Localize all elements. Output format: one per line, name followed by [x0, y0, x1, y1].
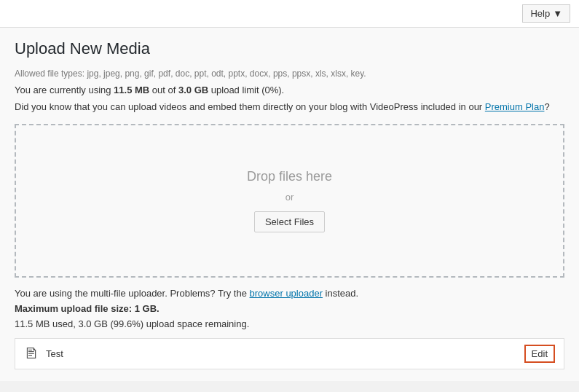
- uploader-note-after: instead.: [323, 288, 358, 299]
- top-bar: Help ▼: [0, 0, 579, 28]
- videopress-text-after: ?: [544, 101, 549, 112]
- space-remaining-text: 11.5 MB used, 3.0 GB (99.6%) upload spac…: [15, 318, 564, 329]
- select-files-button[interactable]: Select Files: [254, 211, 325, 232]
- main-content: Upload New Media Allowed file types: jpg…: [0, 28, 579, 381]
- uploader-note: You are using the multi-file uploader. P…: [15, 288, 564, 299]
- videopress-info: Did you know that you can upload videos …: [15, 101, 564, 112]
- max-size-text: Maximum upload file size: 1 GB.: [15, 303, 564, 314]
- media-item-row: 🖹 Test Edit: [15, 338, 564, 369]
- chevron-down-icon: ▼: [553, 8, 562, 19]
- drop-zone[interactable]: Drop files here or Select Files: [15, 124, 564, 278]
- uploader-note-before: You are using the multi-file uploader. P…: [15, 288, 250, 299]
- or-text: or: [285, 192, 294, 203]
- media-item-left: 🖹 Test: [24, 345, 63, 362]
- usage-info: You are currently using 11.5 MB out of 3…: [15, 85, 564, 95]
- help-button[interactable]: Help ▼: [522, 4, 570, 23]
- help-label: Help: [530, 8, 550, 19]
- allowed-types-text: Allowed file types: jpg, jpeg, png, gif,…: [15, 68, 564, 79]
- browser-uploader-link[interactable]: browser uploader: [250, 288, 323, 299]
- usage-text-middle: out of: [149, 85, 178, 95]
- usage-limit: 3.0 GB: [178, 85, 208, 95]
- usage-text-before: You are currently using: [15, 85, 114, 95]
- drop-text: Drop files here: [247, 169, 332, 184]
- page-title: Upload New Media: [15, 39, 564, 58]
- videopress-text-before: Did you know that you can upload videos …: [15, 101, 485, 112]
- usage-text-after: upload limit (0%).: [208, 85, 284, 95]
- document-icon: 🖹: [24, 345, 39, 362]
- usage-used: 11.5 MB: [114, 85, 149, 95]
- media-item-name: Test: [46, 348, 63, 359]
- premium-plan-link[interactable]: Premium Plan: [485, 101, 545, 112]
- edit-button[interactable]: Edit: [524, 345, 555, 363]
